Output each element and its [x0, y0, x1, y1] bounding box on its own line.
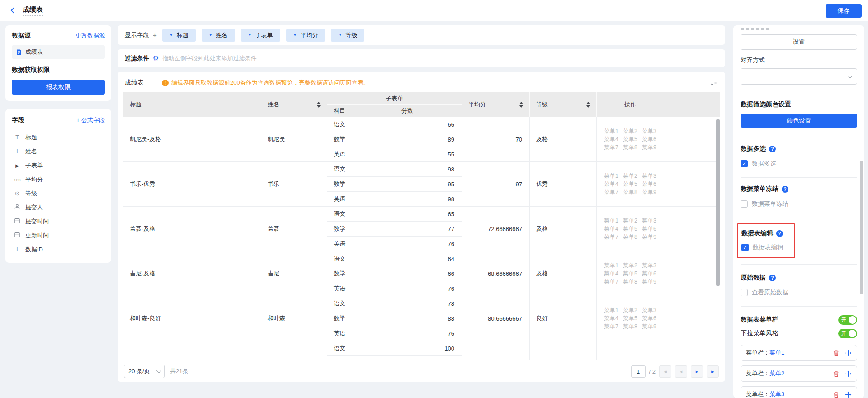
tag-caret-icon[interactable]: ▼	[248, 33, 252, 37]
op-menu-item[interactable]: 菜单8	[623, 323, 637, 330]
op-menu-item[interactable]: 菜单6	[642, 226, 656, 232]
op-menu-item[interactable]: 菜单3	[642, 307, 656, 313]
help-icon[interactable]: ?	[769, 146, 776, 152]
op-menu-item[interactable]: 菜单5	[623, 270, 637, 277]
display-field-tag-姓名[interactable]: ▼姓名	[202, 29, 235, 42]
field-item-提交时间[interactable]: 提交时间	[12, 214, 105, 228]
first-page-button[interactable]: ◂◂	[659, 365, 671, 378]
op-menu-item[interactable]: 菜单8	[623, 279, 637, 285]
op-menu-item[interactable]: 菜单6	[642, 315, 656, 322]
help-icon[interactable]: ?	[776, 230, 783, 237]
delete-icon[interactable]	[833, 370, 840, 377]
col-header-title[interactable]: 标题	[123, 92, 261, 117]
move-icon[interactable]	[845, 350, 852, 356]
op-menu-item[interactable]: 菜单6	[642, 136, 656, 142]
op-menu-item[interactable]: 菜单7	[604, 323, 618, 330]
op-menu-item[interactable]: 菜单2	[623, 128, 637, 134]
grade-sort-control[interactable]	[586, 102, 590, 108]
op-menu-item[interactable]: 菜单1	[604, 128, 618, 134]
op-menu-item[interactable]: 菜单6	[642, 270, 656, 277]
menubar-card-菜单1[interactable]: 菜单栏：菜单1	[741, 345, 857, 361]
menubar-card-菜单3[interactable]: 菜单栏：菜单3	[741, 386, 857, 398]
field-item-更新时间[interactable]: 更新时间	[12, 228, 105, 242]
page-size-select[interactable]: 20 条/页	[124, 365, 165, 378]
op-menu-item[interactable]: 菜单1	[604, 218, 618, 224]
display-field-tag-平均分[interactable]: ▼平均分	[286, 29, 326, 42]
add-formula-field-link[interactable]: + 公式字段	[76, 116, 105, 124]
settings-button[interactable]: 设置	[741, 34, 857, 50]
field-item-平均分[interactable]: 123平均分	[12, 172, 105, 186]
op-menu-item[interactable]: 菜单4	[604, 136, 618, 142]
panel-vertical-scrollbar[interactable]	[860, 161, 863, 294]
field-item-提交人[interactable]: 提交人	[12, 200, 105, 214]
op-menu-item[interactable]: 菜单8	[623, 189, 637, 195]
op-menu-item[interactable]: 菜单2	[623, 307, 637, 313]
field-item-姓名[interactable]: I姓名	[12, 144, 105, 158]
field-item-子表单[interactable]: ▶子表单	[12, 158, 105, 172]
menubar-card-菜单2[interactable]: 菜单栏：菜单2	[741, 365, 857, 382]
page-title[interactable]: 成绩表	[23, 5, 43, 16]
op-menu-item[interactable]: 菜单4	[604, 315, 618, 322]
op-menu-item[interactable]: 菜单7	[604, 234, 618, 240]
op-menu-item[interactable]: 菜单1	[604, 262, 618, 269]
op-menu-item[interactable]: 菜单1	[604, 307, 618, 313]
menubar-card-name[interactable]: 菜单3	[769, 390, 784, 398]
op-menu-item[interactable]: 菜单7	[604, 144, 618, 151]
help-icon[interactable]: ?	[782, 186, 788, 193]
op-menu-item[interactable]: 菜单3	[642, 262, 656, 269]
menubar-card-name[interactable]: 菜单1	[769, 349, 784, 357]
sort-order-icon[interactable]	[710, 79, 718, 87]
op-menu-item[interactable]: 菜单9	[642, 189, 656, 195]
align-select[interactable]	[741, 68, 857, 85]
display-field-tag-等级[interactable]: ▼等级	[331, 29, 364, 42]
col-header-grade[interactable]: 等级	[530, 92, 597, 117]
name-sort-control[interactable]	[317, 102, 321, 108]
dropdown-style-toggle[interactable]: 开	[838, 329, 857, 338]
op-menu-item[interactable]: 菜单5	[623, 181, 637, 187]
move-icon[interactable]	[845, 391, 852, 398]
op-menu-item[interactable]: 菜单8	[623, 234, 637, 240]
op-menu-item[interactable]: 菜单2	[623, 173, 637, 179]
op-menu-item[interactable]: 菜单3	[642, 173, 656, 179]
tag-caret-icon[interactable]: ▼	[293, 33, 297, 37]
next-page-button[interactable]: ▸	[691, 365, 703, 378]
menu-freeze-checkbox[interactable]	[741, 200, 748, 208]
help-icon[interactable]: ?	[769, 275, 776, 281]
op-menu-item[interactable]: 菜单5	[623, 226, 637, 232]
datasource-item[interactable]: 成绩表	[12, 45, 105, 59]
tag-caret-icon[interactable]: ▼	[209, 33, 212, 37]
field-item-标题[interactable]: T标题	[12, 130, 105, 144]
field-item-等级[interactable]: ⊙等级	[12, 186, 105, 200]
op-menu-item[interactable]: 菜单5	[623, 136, 637, 142]
op-menu-item[interactable]: 菜单6	[642, 181, 656, 187]
op-menu-item[interactable]: 菜单7	[604, 279, 618, 285]
col-header-avg[interactable]: 平均分	[462, 92, 530, 117]
report-permission-button[interactable]: 报表权限	[12, 80, 105, 95]
prev-page-button[interactable]: ◂	[675, 365, 687, 378]
op-menu-item[interactable]: 菜单4	[604, 226, 618, 232]
add-display-field-icon[interactable]: +	[153, 31, 157, 39]
op-menu-item[interactable]: 菜单9	[642, 279, 656, 285]
filter-gear-icon[interactable]: ⚙	[153, 54, 159, 62]
raw-data-checkbox[interactable]	[741, 289, 748, 296]
display-field-tag-子表单[interactable]: ▼子表单	[241, 29, 280, 42]
table-menubar-toggle[interactable]: 开	[838, 315, 857, 325]
table-edit-checkbox[interactable]: ✓	[741, 244, 749, 251]
op-menu-item[interactable]: 菜单2	[623, 218, 637, 224]
menubar-card-name[interactable]: 菜单2	[769, 370, 784, 378]
back-icon[interactable]	[6, 4, 19, 17]
op-menu-item[interactable]: 菜单1	[604, 173, 618, 179]
multi-select-checkbox[interactable]: ✓	[741, 160, 748, 167]
field-item-数据ID[interactable]: I数据ID	[12, 242, 105, 256]
op-menu-item[interactable]: 菜单4	[604, 270, 618, 277]
move-icon[interactable]	[845, 370, 852, 377]
op-menu-item[interactable]: 菜单8	[623, 144, 637, 151]
op-menu-item[interactable]: 菜单4	[604, 181, 618, 187]
display-field-tag-标题[interactable]: ▼标题	[162, 29, 196, 42]
op-menu-item[interactable]: 菜单7	[604, 189, 618, 195]
tag-caret-icon[interactable]: ▼	[170, 33, 173, 37]
op-menu-item[interactable]: 菜单3	[642, 218, 656, 224]
avg-sort-control[interactable]	[519, 102, 523, 108]
tag-caret-icon[interactable]: ▼	[338, 33, 342, 37]
change-datasource-link[interactable]: 更改数据源	[75, 32, 105, 40]
